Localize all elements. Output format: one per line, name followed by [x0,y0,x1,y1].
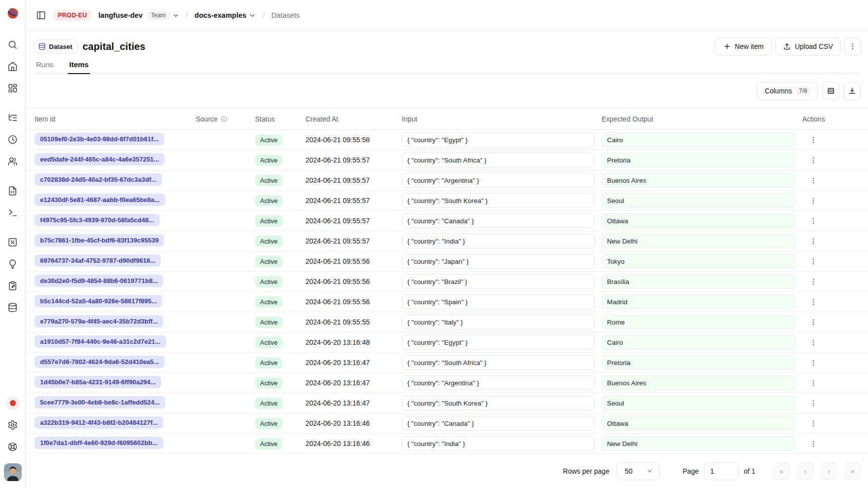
expected-output-value-box[interactable]: Cairo [602,335,795,350]
table-row[interactable]: eed5dafe-244f-465c-a84c-4a6e357251... Ac… [26,150,868,170]
prompts-file-icon[interactable] [6,184,20,198]
table-row[interactable]: b75c7861-1fbe-45cf-bdf6-83f139c95539 Act… [26,231,868,251]
expected-output-value-box[interactable]: New Delhi [602,234,795,248]
row-actions-button[interactable] [806,153,820,167]
expected-output-value-box[interactable]: Buenos Aires [602,375,795,390]
row-actions-button[interactable] [806,234,820,248]
input-value-box[interactable]: { "country": "Spain" } [402,294,595,309]
header-more-actions-button[interactable] [844,38,861,55]
row-height-button[interactable] [823,82,839,100]
row-actions-button[interactable] [806,133,820,147]
table-row[interactable]: e12430df-5e81-4687-aabb-f0ea65be8a... Ac… [26,191,868,211]
row-actions-button[interactable] [806,335,820,349]
playground-terminal-icon[interactable] [6,205,20,219]
item-id-link[interactable]: c702838d-24d5-40a2-bf35-67dc3a3df... [35,173,162,186]
row-actions-button[interactable] [806,416,820,430]
item-id-link[interactable]: eed5dafe-244f-465c-a84c-4a6e357251... [35,153,165,165]
input-value-box[interactable]: { "country": "South Africa" } [402,153,595,167]
item-id-link[interactable]: b5c144cd-52a5-4a80-926e-58617f895... [35,295,162,307]
input-value-box[interactable]: { "country": "Argentina" } [402,173,595,188]
table-row[interactable]: f4975c95-5fc3-4939-970d-58fa5cd48... Act… [26,211,868,231]
item-id-link[interactable]: a322b319-9412-4f43-b8f2-b20484127f... [35,416,163,429]
expected-output-value-box[interactable]: Buenos Aires [602,173,795,188]
row-actions-button[interactable] [806,315,820,329]
row-actions-button[interactable] [806,194,820,207]
row-actions-button[interactable] [806,254,820,268]
expected-output-value-box[interactable]: Pretoria [602,355,795,370]
annotation-clipboard-icon[interactable] [6,279,20,292]
item-id-link[interactable]: 1d45b0e7-b85a-4231-9149-6ff90a294... [35,376,161,388]
langfuse-logo-icon[interactable] [6,7,19,20]
last-page-button[interactable]: » [844,463,861,480]
table-row[interactable]: c702838d-24d5-40a2-bf35-67dc3a3df... Act… [26,170,868,191]
item-id-link[interactable]: 69764737-34af-4752-9787-d90df9616... [35,254,161,267]
item-id-link[interactable]: 1f0e7da1-dbff-4e60-929d-f6095602bb... [35,437,163,449]
input-value-box[interactable]: { "country": "Argentina" } [402,375,595,390]
evaluation-percent-icon[interactable] [6,235,20,249]
settings-gear-icon[interactable] [6,418,20,432]
table-row[interactable]: e779a270-579a-4f45-aec4-35b72d3bff... Ac… [26,312,868,332]
row-actions-button[interactable] [806,275,820,288]
row-actions-button[interactable] [806,396,820,410]
item-id-link[interactable]: 05109ef0-2e3b-4e03-98dd-8f7d01b61f... [35,133,164,145]
breadcrumb-page[interactable]: Datasets [271,11,300,19]
support-lifebuoy-icon[interactable] [6,440,20,453]
expected-output-value-box[interactable]: Ottawa [602,213,795,228]
search-icon[interactable] [6,38,20,51]
home-icon[interactable] [6,59,20,73]
row-actions-button[interactable] [806,376,820,390]
recording-indicator-icon[interactable] [6,396,20,410]
expected-output-value-box[interactable]: Seoul [602,396,795,410]
input-value-box[interactable]: { "country": "Japan" } [402,254,595,269]
new-item-button[interactable]: New item [715,38,772,55]
insights-lightbulb-icon[interactable] [6,257,20,271]
info-icon[interactable] [220,116,227,122]
project-chevron-down-icon[interactable] [249,12,256,19]
project-name[interactable]: docs-examples [195,11,247,19]
item-id-link[interactable]: d557e7d6-7802-4624-9da6-52d410ea5... [35,356,165,368]
item-id-link[interactable]: e12430df-5e81-4687-aabb-f0ea65be8a... [35,194,165,206]
tracing-tree-icon[interactable] [6,111,20,124]
table-row[interactable]: 1f0e7da1-dbff-4e60-929d-f6095602bb... Ac… [26,434,868,454]
table-row[interactable]: 1d45b0e7-b85a-4231-9149-6ff90a294... Act… [26,373,868,393]
users-icon[interactable] [6,154,20,168]
input-value-box[interactable]: { "country": "Egypt" } [402,132,595,147]
row-actions-button[interactable] [806,173,820,187]
export-button[interactable] [844,82,861,100]
table-row[interactable]: 05109ef0-2e3b-4e03-98dd-8f7d01b61f... Ac… [26,130,868,150]
org-chevron-down-icon[interactable] [172,12,179,19]
expected-output-value-box[interactable]: New Delhi [602,436,795,451]
upload-csv-button[interactable]: Upload CSV [775,38,841,55]
input-value-box[interactable]: { "country": "Brazil" } [402,274,595,289]
tab-runs[interactable]: Runs [35,60,55,74]
input-value-box[interactable]: { "country": "South Korea" } [402,193,595,208]
columns-button[interactable]: Columns 7/8 [757,82,818,100]
row-actions-button[interactable] [806,437,820,450]
table-row[interactable]: de30d2e0-f5d9-4854-88b6-0619771b8... Act… [26,272,868,292]
row-actions-button[interactable] [806,295,820,309]
table-row[interactable]: 5cee7779-3e00-4eb8-be8c-1affedd524... Ac… [26,393,868,413]
page-number-input[interactable] [704,462,739,480]
dashboard-icon[interactable] [6,81,20,95]
input-value-box[interactable]: { "country": "India" } [402,234,595,248]
table-row[interactable]: a1910d57-7f84-440c-9e46-a31c2d7e21... Ac… [26,332,868,353]
row-actions-button[interactable] [806,214,820,228]
rows-per-page-select[interactable]: 50 [616,462,660,480]
item-id-link[interactable]: f4975c95-5fc3-4939-970d-58fa5cd48... [35,214,160,226]
expected-output-value-box[interactable]: Rome [602,315,795,329]
expected-output-value-box[interactable]: Madrid [602,294,795,309]
table-row[interactable]: a322b319-9412-4f43-b8f2-b20484127f... Ac… [26,413,868,434]
expected-output-value-box[interactable]: Cairo [602,132,795,147]
input-value-box[interactable]: { "country": "Italy" } [402,315,595,329]
tab-items[interactable]: Items [68,60,90,74]
user-avatar[interactable] [4,463,22,481]
table-row[interactable]: b5c144cd-52a5-4a80-926e-58617f895... Act… [26,292,868,312]
input-value-box[interactable]: { "country": "South Africa" } [402,355,595,370]
expected-output-value-box[interactable]: Tokyo [602,254,795,269]
item-id-link[interactable]: b75c7861-1fbe-45cf-bdf6-83f139c95539 [35,234,164,246]
expected-output-value-box[interactable]: Brasília [602,274,795,289]
input-value-box[interactable]: { "country": "Canada" } [402,416,595,431]
item-id-link[interactable]: 5cee7779-3e00-4eb8-be8c-1affedd524... [35,396,165,408]
row-actions-button[interactable] [806,356,820,369]
input-value-box[interactable]: { "country": "Egypt" } [402,335,595,350]
